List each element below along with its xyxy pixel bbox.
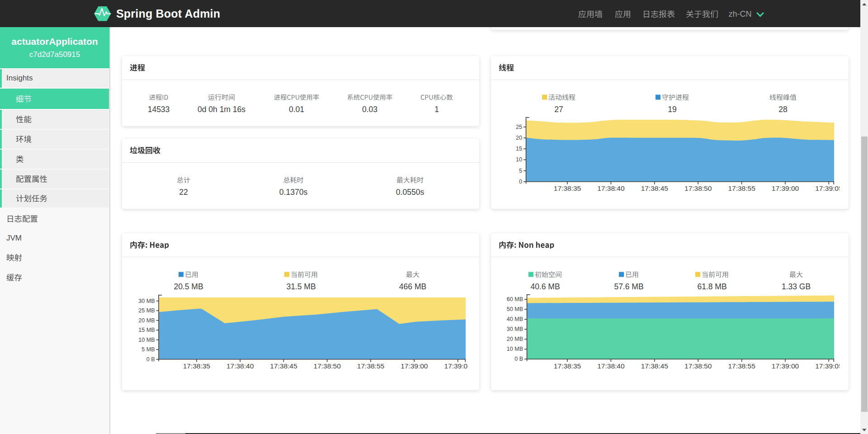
svg-text:15 MB: 15 MB [138, 327, 155, 333]
svg-text:17:39:00: 17:39:00 [772, 184, 799, 192]
svg-text:17:38:55: 17:38:55 [728, 184, 755, 192]
svg-text:20 MB: 20 MB [138, 317, 155, 324]
svg-text:50 MB: 50 MB [507, 306, 523, 312]
svg-text:60 MB: 60 MB [507, 296, 523, 302]
svg-text:5: 5 [519, 168, 522, 174]
svg-text:30 MB: 30 MB [507, 326, 523, 332]
svg-text:17:38:40: 17:38:40 [597, 362, 625, 370]
svg-text:17:39:05: 17:39:05 [815, 362, 840, 370]
svg-text:25 MB: 25 MB [138, 307, 155, 314]
svg-text:17:38:45: 17:38:45 [641, 362, 668, 370]
svg-text:10 MB: 10 MB [507, 346, 523, 352]
svg-text:17:38:55: 17:38:55 [357, 362, 384, 370]
svg-text:17:38:35: 17:38:35 [554, 184, 581, 192]
svg-text:20 MB: 20 MB [507, 336, 523, 342]
svg-text:10: 10 [516, 156, 522, 163]
svg-text:17:38:45: 17:38:45 [270, 362, 297, 370]
svg-text:17:38:50: 17:38:50 [684, 184, 712, 192]
svg-text:17:38:40: 17:38:40 [226, 362, 254, 370]
svg-text:5 MB: 5 MB [142, 346, 155, 353]
svg-text:0 B: 0 B [146, 356, 155, 363]
svg-text:15: 15 [516, 146, 522, 152]
svg-text:17:38:40: 17:38:40 [597, 184, 625, 192]
svg-text:25: 25 [516, 124, 522, 130]
svg-text:17:38:55: 17:38:55 [728, 362, 755, 370]
svg-text:17:39:05: 17:39:05 [815, 184, 840, 192]
svg-text:10 MB: 10 MB [138, 337, 155, 343]
svg-text:17:39:00: 17:39:00 [772, 362, 799, 370]
svg-text:17:39:00: 17:39:00 [401, 362, 428, 370]
svg-text:17:38:50: 17:38:50 [314, 362, 341, 370]
svg-text:17:38:45: 17:38:45 [641, 184, 668, 192]
svg-text:20: 20 [516, 135, 522, 141]
svg-text:30 MB: 30 MB [138, 298, 155, 304]
svg-text:0: 0 [519, 179, 522, 185]
svg-text:17:38:50: 17:38:50 [684, 362, 712, 370]
svg-text:40 MB: 40 MB [507, 316, 523, 322]
svg-text:0 B: 0 B [514, 356, 523, 362]
svg-text:17:38:35: 17:38:35 [554, 362, 581, 370]
svg-text:17:39:05: 17:39:05 [444, 362, 468, 370]
svg-text:17:38:35: 17:38:35 [183, 362, 210, 370]
